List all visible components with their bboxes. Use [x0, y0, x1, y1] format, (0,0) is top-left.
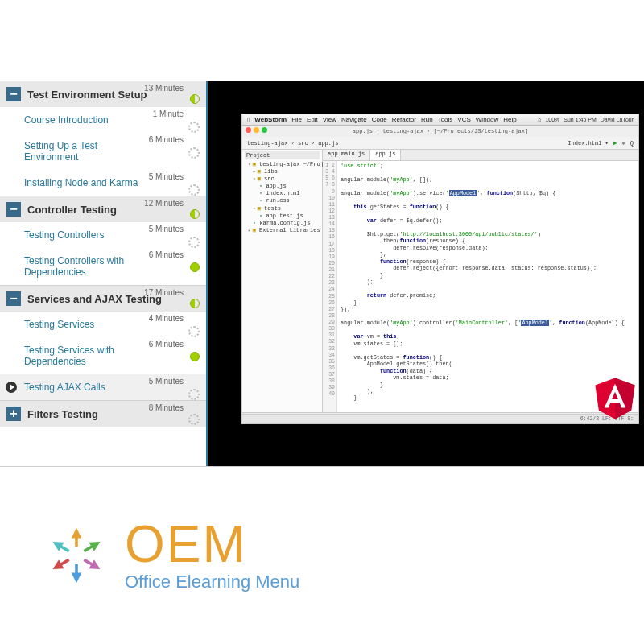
progress-indicator-icon — [190, 262, 200, 272]
tree-file[interactable]: ▪ karma.config.js — [245, 220, 320, 227]
lesson-duration: 1 Minute — [153, 109, 184, 118]
collapse-icon[interactable]: − — [6, 87, 21, 101]
lesson-duration: 5 Minutes — [149, 225, 184, 233]
lesson-item[interactable]: Testing Controllers5 Minutes — [0, 222, 206, 248]
progress-indicator-icon — [190, 94, 200, 104]
menu-file[interactable]: File — [291, 116, 302, 123]
lesson-item[interactable]: Testing Services4 Minutes — [0, 312, 206, 337]
lesson-duration: 6 Minutes — [149, 135, 184, 144]
menu-vcs[interactable]: VCS — [457, 116, 470, 123]
menu-run[interactable]: Run — [421, 116, 433, 123]
close-window-icon[interactable] — [246, 127, 251, 133]
lesson-item[interactable]: Testing AJAX Calls5 Minutes — [0, 374, 206, 400]
lesson-title: Testing Controllers — [24, 229, 104, 241]
menu-edit[interactable]: Edit — [307, 116, 318, 123]
tree-folder[interactable]: ▣ src — [245, 175, 320, 183]
section-header[interactable]: −Controller Testing12 Minutes — [0, 196, 206, 222]
section-title: Test Environment Setup — [27, 89, 147, 101]
menu-code[interactable]: Code — [372, 116, 387, 123]
code-editor[interactable]: 1 2 3 4 5 6 7 8 9 10 11 12 13 14 15 16 1… — [323, 161, 638, 412]
window-title: app.js · testing-ajax · [~/Projects/JS/t… — [242, 127, 638, 137]
menu-navigate[interactable]: Navigate — [341, 116, 367, 123]
progress-indicator-icon — [188, 147, 200, 159]
debug-icon[interactable]: ✱ — [622, 140, 625, 147]
menu-window[interactable]: Window — [476, 116, 498, 123]
section-duration: 17 Minutes — [144, 288, 184, 297]
progress-indicator-icon — [188, 389, 200, 400]
run-icon[interactable]: ▶ — [613, 139, 617, 147]
lesson-item[interactable]: Testing Controllers with Dependencies6 M… — [0, 248, 206, 285]
progress-indicator-icon — [190, 352, 200, 361]
breadcrumb[interactable]: testing-ajax › src › app.js — [247, 140, 338, 147]
lesson-title: Testing AJAX Calls — [24, 382, 105, 393]
tree-file[interactable]: ▪ app.test.js — [245, 213, 320, 220]
oem-logo-icon — [40, 519, 113, 592]
collapse-icon[interactable]: − — [6, 202, 21, 217]
tree-external-libs[interactable]: ▣ External Libraries — [245, 227, 320, 234]
expand-icon[interactable]: + — [6, 407, 21, 421]
menu-view[interactable]: View — [323, 116, 336, 123]
progress-indicator-icon — [188, 184, 200, 196]
lesson-duration: 6 Minutes — [149, 340, 184, 349]
project-panel-title: Project — [245, 151, 320, 159]
lesson-duration: 6 Minutes — [149, 250, 184, 259]
wifi-icon: ⌂ — [538, 117, 541, 122]
brand-tagline: Office Elearning Menu — [125, 572, 299, 592]
lesson-duration: 5 Minutes — [149, 377, 184, 386]
progress-indicator-icon — [190, 299, 200, 308]
now-playing-icon — [5, 381, 18, 394]
lesson-duration: 4 Minutes — [149, 314, 184, 323]
brand-footer: OEM Office Elearning Menu — [0, 467, 644, 644]
lesson-item[interactable]: Testing Services with Dependencies6 Minu… — [0, 337, 206, 374]
ide-window:  WebStorm File Edit View Navigate Code … — [242, 114, 639, 424]
editor-tab[interactable]: app.main.js — [323, 150, 370, 160]
lesson-title: Course Introduction — [24, 114, 109, 126]
lesson-item[interactable]: Installing Node and Karma5 Minutes — [0, 170, 206, 196]
tree-file[interactable]: ▪ index.html — [245, 190, 320, 197]
tree-root[interactable]: ▣ testing-ajax ~/Projects/JS/testing-aja… — [245, 161, 320, 168]
lesson-title: Testing Services — [24, 319, 94, 330]
project-panel[interactable]: Project ▣ testing-ajax ~/Projects/JS/tes… — [242, 150, 323, 412]
brand-name: OEM — [125, 518, 299, 570]
mac-menubar:  WebStorm File Edit View Navigate Code … — [242, 114, 638, 126]
collapse-icon[interactable]: − — [6, 291, 21, 306]
editor-tab[interactable]: app.js — [370, 150, 401, 160]
progress-indicator-icon — [188, 122, 200, 133]
progress-indicator-icon — [188, 237, 200, 248]
lesson-duration: 5 Minutes — [149, 172, 184, 181]
tree-file[interactable]: ▪ run.css — [245, 197, 320, 204]
lesson-title: Setting Up a Test Environment — [24, 140, 145, 163]
section-title: Controller Testing — [27, 204, 117, 216]
section-duration: 8 Minutes — [149, 403, 184, 412]
maximize-window-icon[interactable] — [262, 127, 267, 133]
section-header[interactable]: −Services and AJAX Testing17 Minutes — [0, 285, 206, 312]
menu-refactor[interactable]: Refactor — [392, 116, 416, 123]
editor-tabs: app.main.js app.js — [323, 150, 638, 161]
search-icon[interactable]: Q — [630, 140, 634, 147]
ide-statusbar: 6:42/3 LF: UTF-8: — [242, 414, 638, 423]
window-controls — [246, 127, 267, 133]
lesson-title: Installing Node and Karma — [24, 177, 138, 188]
section-duration: 13 Minutes — [144, 84, 184, 93]
lesson-title: Testing Services with Dependencies — [24, 345, 145, 367]
progress-indicator-icon — [188, 414, 200, 425]
section-title: Filters Testing — [27, 408, 98, 420]
menu-help[interactable]: Help — [503, 116, 516, 123]
course-sidebar: −Test Environment Setup13 MinutesCourse … — [0, 81, 208, 466]
clock: Sun 1:45 PM — [564, 117, 596, 122]
tree-folder[interactable]: ▣ tests — [245, 205, 320, 213]
lesson-item[interactable]: Setting Up a Test Environment6 Minutes — [0, 133, 206, 170]
line-gutter: 1 2 3 4 5 6 7 8 9 10 11 12 13 14 15 16 1… — [323, 161, 337, 412]
tree-folder[interactable]: ▣ libs — [245, 168, 320, 175]
video-player[interactable]:  WebStorm File Edit View Navigate Code … — [208, 81, 644, 466]
minimize-window-icon[interactable] — [254, 127, 259, 133]
progress-indicator-icon — [188, 326, 200, 337]
section-title: Services and AJAX Testing — [27, 293, 162, 305]
app-name[interactable]: WebStorm — [254, 116, 287, 123]
angular-logo-icon — [592, 374, 638, 419]
section-header[interactable]: −Test Environment Setup13 Minutes — [0, 81, 206, 107]
section-header[interactable]: +Filters Testing8 Minutes — [0, 400, 206, 427]
tree-file[interactable]: ▪ app.js — [245, 183, 320, 190]
lesson-item[interactable]: Course Introduction1 Minute — [0, 107, 206, 133]
menu-tools[interactable]: Tools — [438, 116, 453, 123]
